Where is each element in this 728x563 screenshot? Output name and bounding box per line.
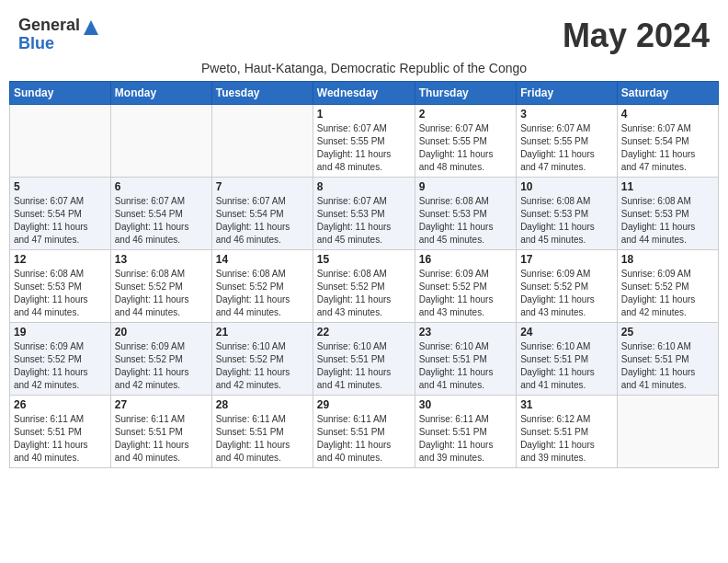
- day-number: 29: [317, 398, 411, 411]
- day-info: Sunrise: 6:10 AM Sunset: 5:51 PM Dayligh…: [520, 340, 613, 392]
- day-info: Sunrise: 6:07 AM Sunset: 5:54 PM Dayligh…: [14, 195, 107, 247]
- day-number: 27: [115, 398, 208, 411]
- calendar-week-row: 12Sunrise: 6:08 AM Sunset: 5:53 PM Dayli…: [10, 250, 719, 323]
- calendar-cell: [110, 105, 211, 178]
- logo: General Blue: [18, 17, 100, 53]
- day-info: Sunrise: 6:10 AM Sunset: 5:52 PM Dayligh…: [216, 340, 309, 392]
- logo-icon: [82, 18, 100, 37]
- day-number: 19: [14, 326, 107, 339]
- day-info: Sunrise: 6:08 AM Sunset: 5:52 PM Dayligh…: [216, 268, 309, 319]
- calendar-week-row: 1Sunrise: 6:07 AM Sunset: 5:55 PM Daylig…: [10, 105, 719, 178]
- logo-general-text: General: [18, 17, 80, 35]
- calendar-cell: 23Sunrise: 6:10 AM Sunset: 5:51 PM Dayli…: [415, 323, 516, 396]
- month-title: May 2024: [563, 17, 710, 55]
- day-header-friday: Friday: [517, 82, 618, 105]
- day-number: 9: [419, 180, 512, 193]
- calendar-cell: 31Sunrise: 6:12 AM Sunset: 5:51 PM Dayli…: [517, 396, 618, 468]
- calendar-cell: 22Sunrise: 6:10 AM Sunset: 5:51 PM Dayli…: [313, 323, 415, 396]
- calendar-cell: 28Sunrise: 6:11 AM Sunset: 5:51 PM Dayli…: [211, 396, 313, 468]
- logo-blue-text: Blue: [18, 35, 80, 53]
- calendar-cell: 2Sunrise: 6:07 AM Sunset: 5:55 PM Daylig…: [415, 105, 516, 178]
- day-info: Sunrise: 6:10 AM Sunset: 5:51 PM Dayligh…: [621, 340, 714, 392]
- day-number: 3: [520, 108, 613, 121]
- day-header-saturday: Saturday: [617, 82, 718, 105]
- calendar-week-row: 5Sunrise: 6:07 AM Sunset: 5:54 PM Daylig…: [10, 178, 719, 250]
- day-number: 13: [115, 253, 208, 266]
- day-header-sunday: Sunday: [10, 82, 111, 105]
- day-info: Sunrise: 6:07 AM Sunset: 5:54 PM Dayligh…: [216, 195, 309, 247]
- day-info: Sunrise: 6:10 AM Sunset: 5:51 PM Dayligh…: [317, 340, 411, 392]
- day-number: 11: [621, 180, 714, 193]
- calendar-cell: 8Sunrise: 6:07 AM Sunset: 5:53 PM Daylig…: [313, 178, 415, 250]
- day-info: Sunrise: 6:11 AM Sunset: 5:51 PM Dayligh…: [14, 413, 107, 465]
- calendar-week-row: 19Sunrise: 6:09 AM Sunset: 5:52 PM Dayli…: [10, 323, 719, 396]
- calendar-cell: 12Sunrise: 6:08 AM Sunset: 5:53 PM Dayli…: [10, 250, 111, 323]
- day-info: Sunrise: 6:07 AM Sunset: 5:54 PM Dayligh…: [621, 122, 714, 174]
- day-number: 17: [520, 253, 613, 266]
- day-header-monday: Monday: [110, 82, 211, 105]
- day-info: Sunrise: 6:09 AM Sunset: 5:52 PM Dayligh…: [621, 268, 714, 319]
- calendar-cell: 26Sunrise: 6:11 AM Sunset: 5:51 PM Dayli…: [10, 396, 111, 468]
- calendar-cell: 19Sunrise: 6:09 AM Sunset: 5:52 PM Dayli…: [10, 323, 111, 396]
- calendar-cell: 25Sunrise: 6:10 AM Sunset: 5:51 PM Dayli…: [617, 323, 718, 396]
- day-info: Sunrise: 6:11 AM Sunset: 5:51 PM Dayligh…: [216, 413, 309, 465]
- day-info: Sunrise: 6:08 AM Sunset: 5:52 PM Dayligh…: [317, 268, 411, 319]
- calendar-cell: 14Sunrise: 6:08 AM Sunset: 5:52 PM Dayli…: [211, 250, 313, 323]
- calendar-cell: 10Sunrise: 6:08 AM Sunset: 5:53 PM Dayli…: [517, 178, 618, 250]
- day-number: 14: [216, 253, 309, 266]
- day-header-wednesday: Wednesday: [313, 82, 415, 105]
- day-info: Sunrise: 6:08 AM Sunset: 5:52 PM Dayligh…: [115, 268, 208, 319]
- day-number: 22: [317, 326, 411, 339]
- calendar-cell: 9Sunrise: 6:08 AM Sunset: 5:53 PM Daylig…: [415, 178, 516, 250]
- day-info: Sunrise: 6:08 AM Sunset: 5:53 PM Dayligh…: [14, 268, 107, 319]
- day-info: Sunrise: 6:11 AM Sunset: 5:51 PM Dayligh…: [115, 413, 208, 465]
- day-info: Sunrise: 6:07 AM Sunset: 5:55 PM Dayligh…: [520, 122, 613, 174]
- day-number: 21: [216, 326, 309, 339]
- calendar-cell: 17Sunrise: 6:09 AM Sunset: 5:52 PM Dayli…: [517, 250, 618, 323]
- day-number: 20: [115, 326, 208, 339]
- svg-marker-0: [84, 20, 98, 35]
- calendar-cell: 5Sunrise: 6:07 AM Sunset: 5:54 PM Daylig…: [10, 178, 111, 250]
- calendar-cell: 6Sunrise: 6:07 AM Sunset: 5:54 PM Daylig…: [110, 178, 211, 250]
- calendar-cell: 27Sunrise: 6:11 AM Sunset: 5:51 PM Dayli…: [110, 396, 211, 468]
- day-number: 16: [419, 253, 512, 266]
- day-number: 6: [115, 180, 208, 193]
- page-header: General Blue May 2024: [9, 9, 719, 59]
- day-info: Sunrise: 6:07 AM Sunset: 5:53 PM Dayligh…: [317, 195, 411, 247]
- day-info: Sunrise: 6:09 AM Sunset: 5:52 PM Dayligh…: [14, 340, 107, 392]
- day-info: Sunrise: 6:07 AM Sunset: 5:54 PM Dayligh…: [115, 195, 208, 247]
- calendar-week-row: 26Sunrise: 6:11 AM Sunset: 5:51 PM Dayli…: [10, 396, 719, 468]
- calendar-cell: 13Sunrise: 6:08 AM Sunset: 5:52 PM Dayli…: [110, 250, 211, 323]
- day-number: 15: [317, 253, 411, 266]
- calendar-cell: 15Sunrise: 6:08 AM Sunset: 5:52 PM Dayli…: [313, 250, 415, 323]
- calendar-cell: [10, 105, 111, 178]
- day-info: Sunrise: 6:08 AM Sunset: 5:53 PM Dayligh…: [419, 195, 512, 247]
- day-number: 5: [14, 180, 107, 193]
- calendar-cell: 16Sunrise: 6:09 AM Sunset: 5:52 PM Dayli…: [415, 250, 516, 323]
- calendar-cell: 4Sunrise: 6:07 AM Sunset: 5:54 PM Daylig…: [617, 105, 718, 178]
- calendar-cell: 29Sunrise: 6:11 AM Sunset: 5:51 PM Dayli…: [313, 396, 415, 468]
- day-info: Sunrise: 6:11 AM Sunset: 5:51 PM Dayligh…: [419, 413, 512, 465]
- day-info: Sunrise: 6:12 AM Sunset: 5:51 PM Dayligh…: [520, 413, 613, 465]
- day-header-thursday: Thursday: [415, 82, 516, 105]
- day-number: 23: [419, 326, 512, 339]
- day-info: Sunrise: 6:08 AM Sunset: 5:53 PM Dayligh…: [621, 195, 714, 247]
- calendar-cell: 11Sunrise: 6:08 AM Sunset: 5:53 PM Dayli…: [617, 178, 718, 250]
- day-number: 8: [317, 180, 411, 193]
- day-info: Sunrise: 6:07 AM Sunset: 5:55 PM Dayligh…: [419, 122, 512, 174]
- calendar-cell: [211, 105, 313, 178]
- day-number: 7: [216, 180, 309, 193]
- calendar-cell: 7Sunrise: 6:07 AM Sunset: 5:54 PM Daylig…: [211, 178, 313, 250]
- day-info: Sunrise: 6:09 AM Sunset: 5:52 PM Dayligh…: [115, 340, 208, 392]
- day-info: Sunrise: 6:10 AM Sunset: 5:51 PM Dayligh…: [419, 340, 512, 392]
- day-number: 12: [14, 253, 107, 266]
- day-number: 25: [621, 326, 714, 339]
- day-info: Sunrise: 6:09 AM Sunset: 5:52 PM Dayligh…: [419, 268, 512, 319]
- location-subtitle: Pweto, Haut-Katanga, Democratic Republic…: [9, 61, 719, 75]
- calendar-cell: 21Sunrise: 6:10 AM Sunset: 5:52 PM Dayli…: [211, 323, 313, 396]
- day-info: Sunrise: 6:09 AM Sunset: 5:52 PM Dayligh…: [520, 268, 613, 319]
- days-header-row: SundayMondayTuesdayWednesdayThursdayFrid…: [10, 82, 719, 105]
- day-info: Sunrise: 6:07 AM Sunset: 5:55 PM Dayligh…: [317, 122, 411, 174]
- calendar-table: SundayMondayTuesdayWednesdayThursdayFrid…: [9, 81, 719, 468]
- day-header-tuesday: Tuesday: [211, 82, 313, 105]
